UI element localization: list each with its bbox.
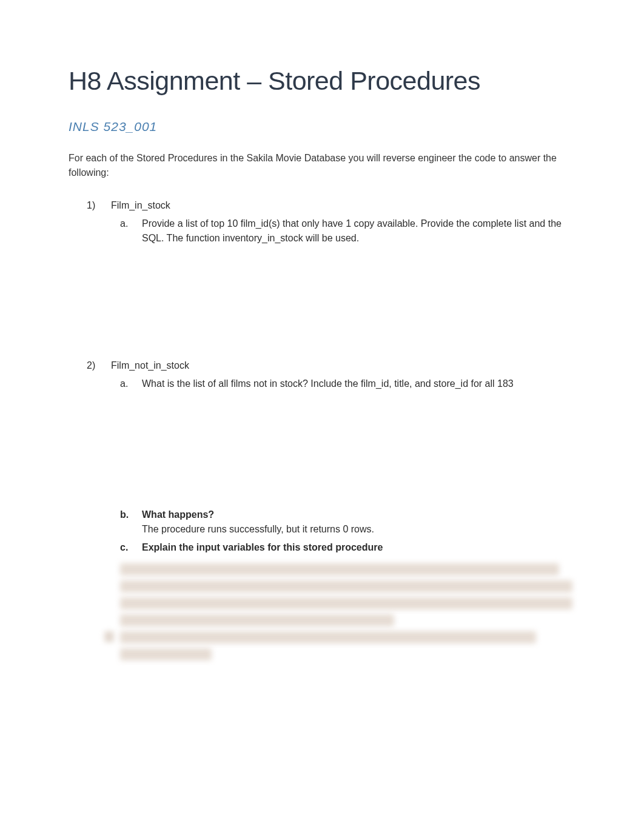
sub-item-1a: a. Provide a list of top 10 film_id(s) t…	[120, 216, 577, 246]
sub-letter: a.	[120, 377, 131, 391]
blur-sub-item	[120, 631, 577, 643]
spacer	[87, 249, 577, 352]
sub-text: The procedure runs successfully, but it …	[142, 524, 374, 534]
list-item-2: 2) Film_not_in_stock a. What is the list…	[87, 358, 577, 660]
list-number: 2)	[87, 358, 100, 373]
sub-letter: b.	[120, 508, 131, 537]
list-item-1: 1) Film_in_stock a. Provide a list of to…	[87, 198, 577, 352]
blur-line	[120, 631, 536, 643]
blur-line	[120, 648, 212, 660]
list-number: 1)	[87, 198, 100, 213]
course-subtitle: INLS 523_001	[69, 119, 577, 134]
blur-line	[120, 563, 559, 575]
spacer	[87, 395, 577, 504]
blur-line	[120, 597, 572, 609]
sub-item-2b: b. What happens? The procedure runs succ…	[120, 508, 577, 537]
sub-list: a. What is the list of all films not in …	[87, 377, 577, 391]
sub-bold-label: What happens?	[142, 509, 214, 520]
sub-letter: a.	[120, 216, 131, 246]
blur-line	[120, 580, 572, 592]
blurred-content	[87, 563, 577, 660]
list-label: Film_in_stock	[111, 198, 170, 213]
page-title: H8 Assignment – Stored Procedures	[69, 67, 577, 95]
numbered-list: 1) Film_in_stock a. Provide a list of to…	[69, 198, 577, 660]
sub-letter: c.	[120, 540, 131, 555]
sub-text: What is the list of all films not in sto…	[142, 377, 577, 391]
sub-list: a. Provide a list of top 10 film_id(s) t…	[87, 216, 577, 246]
blur-line	[120, 614, 394, 626]
list-label: Film_not_in_stock	[111, 358, 189, 373]
sub-content: What happens? The procedure runs success…	[142, 508, 577, 537]
intro-paragraph: For each of the Stored Procedures in the…	[69, 151, 577, 180]
blur-letter-marker	[104, 631, 114, 642]
document-page: H8 Assignment – Stored Procedures INLS 5…	[0, 0, 644, 660]
sub-item-2a: a. What is the list of all films not in …	[120, 377, 577, 391]
sub-text: Provide a list of top 10 film_id(s) that…	[142, 216, 577, 246]
sub-list-continued: b. What happens? The procedure runs succ…	[87, 508, 577, 555]
sub-item-2c: c. Explain the input variables for this …	[120, 540, 577, 555]
sub-bold-label: Explain the input variables for this sto…	[142, 540, 577, 555]
